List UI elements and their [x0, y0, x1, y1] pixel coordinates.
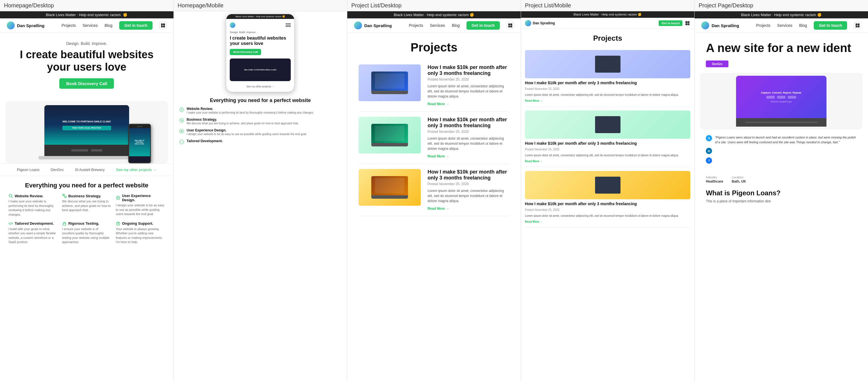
mobile-feature-title: Tailored Development.	[187, 139, 223, 143]
phone-screen: WELCOME TOPORTMANSMILE CLINIC	[129, 128, 150, 156]
see-more-text[interactable]: See my other projects →	[246, 85, 274, 88]
p5-brand-logo: DenGro	[706, 60, 728, 67]
p5-laptop-outer: Capture. Convert. Report. Repeat. DenGro…	[736, 76, 827, 127]
p5-hero-title: A new site for a new ident	[694, 33, 868, 60]
p5-nav-projects[interactable]: Projects	[756, 23, 771, 28]
ux-icon-small	[179, 129, 184, 134]
p4-read-more-2[interactable]: Read More →	[525, 160, 690, 163]
features-title-mobile: Everything you need for a perfect websit…	[179, 97, 342, 104]
laptop-base	[371, 91, 408, 94]
strategy-svg	[181, 119, 183, 121]
p5-meta-location-value: Bath, UK	[732, 179, 746, 183]
feature-info: Tailored Development.	[187, 139, 223, 143]
grid-dot	[161, 26, 163, 28]
p3-project-title-2: How I make $10k per month after only 3 m…	[428, 117, 509, 128]
p4-project-date-2: Posted November 25, 2020	[525, 148, 690, 151]
p3-announcement: Black Lives Matter · Help end systemic r…	[394, 13, 469, 17]
p4-nav-cta[interactable]: Get in touch	[659, 20, 682, 26]
p4-read-more-1[interactable]: Read More →	[525, 99, 690, 102]
screen-content-3	[375, 178, 404, 193]
code-icon	[8, 221, 13, 226]
nav-grid-icon[interactable]	[159, 22, 167, 29]
p3-nav-cta[interactable]: Get in touch	[466, 21, 500, 30]
screen-content-2	[375, 126, 404, 141]
phone-nav	[230, 22, 291, 28]
p4-project-row-1: How I make $10k per month after only 3 m…	[525, 46, 690, 107]
mobile-feature-desc: We discuss what you are trying to achiev…	[187, 121, 299, 125]
feature-ux-design: User Experience Design. I design your we…	[116, 194, 165, 217]
facebook-icon: f	[706, 157, 712, 164]
nav-links: Projects Services Blog Get in touch	[62, 21, 167, 30]
p5-grid-icon[interactable]	[854, 22, 861, 29]
feature-desc: I make sure your website is performing i…	[8, 199, 58, 217]
p3-avatar	[354, 22, 362, 29]
p4-project-image-3	[525, 171, 690, 199]
see-other-projects-link[interactable]: See my other projects →	[116, 168, 156, 172]
p4-project-desc-3: Lorem ipsum dolor sit amet, consectetur …	[525, 214, 690, 218]
project-list-desktop-content: Black Lives Matter · Help end systemic r…	[347, 11, 521, 381]
p3-read-more-2[interactable]: Read More →	[428, 154, 449, 158]
feature-title: Rigorous Testing.	[68, 221, 99, 226]
p3-read-more-1[interactable]: Read More →	[428, 102, 449, 106]
p5-nav-left: Dan Spratling	[701, 22, 739, 29]
phone-top-bar: Black Lives Matter · Help end systemic r…	[226, 14, 294, 19]
p5-testimonial-twitter: 𝕏 "Pigeon Loans were about to launch and…	[706, 135, 857, 144]
panel-homepage-mobile: Homepage/Mobile Black Lives Matter · Hel…	[174, 0, 347, 381]
p5-nav-services[interactable]: Services	[777, 23, 793, 28]
p5-nav-blog[interactable]: Blog	[799, 23, 807, 28]
phone-book-call-button[interactable]: Book Discovery Call	[230, 49, 261, 55]
p4-grid-icon[interactable]	[685, 20, 690, 26]
search-icon-small	[179, 108, 184, 112]
p3-nav-services[interactable]: Services	[430, 23, 445, 28]
p3-nav: Dan Spratling Projects Services Blog Get…	[347, 18, 521, 33]
client-dengro: DenGro	[51, 168, 64, 172]
p3-grid-icon[interactable]	[507, 22, 514, 29]
phone-logo	[230, 22, 236, 28]
feature-title: Business Strategy.	[68, 194, 101, 198]
p3-read-more-3[interactable]: Read More →	[428, 207, 449, 211]
panel-project-page-desktop: Project Page/Desktop Black Lives Matter …	[694, 0, 868, 381]
p4-img-inner-2	[525, 111, 690, 139]
book-discovery-call-button[interactable]: Book Discovery Call	[59, 78, 114, 89]
grid-icon-inner	[508, 24, 512, 27]
p3-top-bar: Black Lives Matter · Help end systemic r…	[347, 11, 521, 18]
p3-project-image-inner-3	[359, 169, 421, 206]
feature-desc: We discuss what you are trying to achiev…	[62, 199, 111, 212]
hamburger-icon[interactable]	[286, 24, 291, 27]
project-list-mobile-content: Black Lives Matter · Help end systemic r…	[521, 11, 694, 381]
feature-info: Business Strategy. We discuss what you a…	[187, 118, 299, 125]
code-svg	[181, 141, 183, 143]
p3-page-title: Projects	[347, 33, 521, 59]
screen-content	[375, 74, 404, 89]
nav-link-services[interactable]: Services	[83, 23, 98, 28]
twitter-icon: 𝕏	[706, 135, 712, 141]
nav-link-blog[interactable]: Blog	[104, 23, 113, 28]
features-grid: Website Review. I make sure your website…	[0, 194, 174, 250]
p3-project-date-1: Posted November 25, 2020	[428, 78, 509, 81]
p3-nav-projects[interactable]: Projects	[409, 23, 423, 28]
top-announcement-bar: Black Lives Matter · Help end systemic r…	[0, 11, 174, 18]
website-mockup: WELCOME TO PORTMAN SMILE CLINIC FIND YOU…	[6, 101, 168, 164]
p3-nav-blog[interactable]: Blog	[452, 23, 460, 28]
grid-icon	[161, 24, 165, 27]
p3-project-image-inner	[359, 64, 421, 101]
svg-point-11	[118, 225, 118, 225]
mockup-bottom-item	[71, 149, 88, 151]
p4-project-title-1: How I make $10k per month after only 3 m…	[525, 81, 690, 85]
grid-dot	[163, 26, 165, 28]
nav-link-projects[interactable]: Projects	[62, 23, 76, 28]
p5-meta-section: Industry Healthcare Location Bath, UK	[694, 173, 868, 186]
p4-announcement: Black Lives Matter · Help end systemic r…	[574, 13, 637, 16]
p3-project-row-1: How I make $10k per month after only 3 m…	[359, 59, 509, 112]
panel-label-project-list-desktop: Project List/Desktop	[347, 0, 521, 11]
svg-rect-15	[182, 121, 183, 121]
phone-announcement: Black Lives Matter · Help end systemic r…	[236, 15, 282, 18]
p5-nav-cta[interactable]: Get In touch	[814, 21, 847, 30]
nav-cta-button[interactable]: Get in touch	[119, 21, 153, 30]
p3-project-image-3	[359, 169, 421, 206]
p4-read-more-3[interactable]: Read More →	[525, 220, 690, 223]
mobile-feature-tailored-dev: Tailored Development.	[179, 139, 342, 144]
p5-screen-logo-2	[777, 96, 785, 99]
homepage-desktop-content: Black Lives Matter · Help end systemic r…	[0, 11, 174, 381]
feature-title: Tailored Development.	[15, 221, 54, 226]
